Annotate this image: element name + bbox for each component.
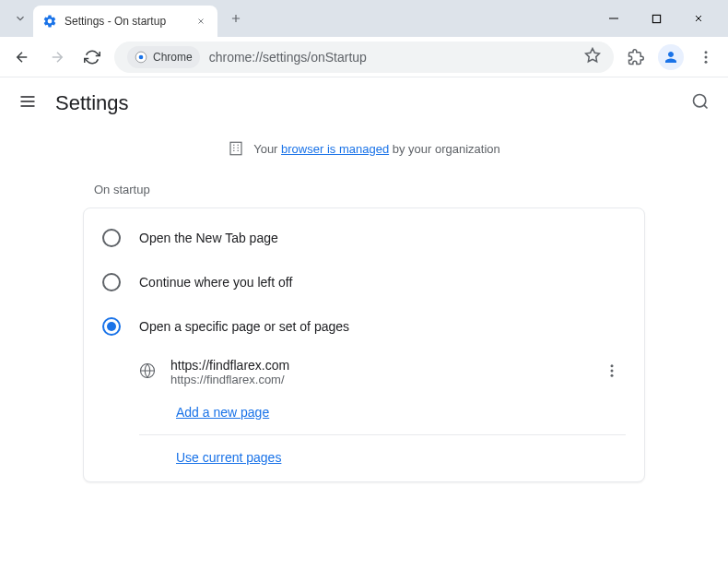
page-info: https://findflarex.com https://findflare… <box>170 358 583 386</box>
close-window-button[interactable] <box>686 6 711 31</box>
gear-icon <box>42 14 57 29</box>
tab-search-button[interactable] <box>7 6 33 31</box>
browser-toolbar: Chrome chrome://settings/onStartup <box>0 37 728 77</box>
window-titlebar: Settings - On startup <box>0 0 728 37</box>
chip-label: Chrome <box>153 51 193 64</box>
divider <box>139 434 626 435</box>
option-specific-pages[interactable]: Open a specific page or set of pages <box>84 304 644 349</box>
tab-title: Settings - On startup <box>65 15 186 28</box>
page-item-title: https://findflarex.com <box>170 358 583 373</box>
svg-point-9 <box>611 364 614 367</box>
svg-rect-7 <box>230 142 241 155</box>
close-icon[interactable] <box>194 14 208 29</box>
site-chip[interactable]: Chrome <box>127 46 200 68</box>
radio-label: Open a specific page or set of pages <box>139 319 349 334</box>
svg-point-2 <box>139 54 144 59</box>
building-icon <box>228 140 244 157</box>
page-title: Settings <box>55 91 129 115</box>
option-new-tab[interactable]: Open the New Tab page <box>84 216 644 260</box>
browser-tab[interactable]: Settings - On startup <box>33 6 217 37</box>
chrome-menu-button[interactable] <box>693 44 719 70</box>
address-bar[interactable]: Chrome chrome://settings/onStartup <box>114 42 614 73</box>
new-tab-button[interactable] <box>223 6 249 31</box>
svg-point-4 <box>705 55 708 58</box>
globe-icon <box>139 362 156 383</box>
search-icon[interactable] <box>691 92 710 114</box>
menu-icon[interactable] <box>18 92 37 114</box>
page-item-menu-button[interactable] <box>598 362 626 383</box>
section-title: On startup <box>83 168 645 208</box>
radio-icon <box>102 229 121 247</box>
extensions-button[interactable] <box>623 44 649 70</box>
url-text: chrome://settings/onStartup <box>209 50 575 65</box>
svg-point-3 <box>705 51 708 53</box>
svg-point-5 <box>705 60 708 63</box>
svg-point-6 <box>694 95 706 107</box>
radio-icon <box>102 317 121 336</box>
page-list-item: https://findflarex.com https://findflare… <box>121 349 644 396</box>
svg-rect-0 <box>652 15 660 22</box>
managed-prefix: Your <box>253 142 281 156</box>
add-page-link[interactable]: Add a new page <box>121 396 644 429</box>
radio-label: Open the New Tab page <box>139 231 278 245</box>
window-controls <box>601 6 721 31</box>
forward-button[interactable] <box>44 44 70 70</box>
svg-point-11 <box>611 374 614 376</box>
use-current-pages-link[interactable]: Use current pages <box>121 441 644 474</box>
pages-list: https://findflarex.com https://findflare… <box>84 349 644 474</box>
settings-header: Settings <box>0 77 728 129</box>
profile-button[interactable] <box>658 44 684 70</box>
svg-point-10 <box>611 369 614 372</box>
radio-label: Continue where you left off <box>139 275 292 290</box>
settings-content: On startup Open the New Tab page Continu… <box>0 168 728 482</box>
maximize-button[interactable] <box>643 6 669 31</box>
startup-card: Open the New Tab page Continue where you… <box>83 208 645 482</box>
managed-suffix: by your organization <box>389 142 500 156</box>
option-continue[interactable]: Continue where you left off <box>84 260 644 304</box>
minimize-button[interactable] <box>601 6 627 31</box>
reload-button[interactable] <box>79 44 105 70</box>
radio-icon <box>102 273 121 291</box>
person-icon <box>663 49 679 65</box>
page-item-url: https://findflarex.com/ <box>170 373 583 386</box>
chrome-logo-icon <box>135 51 147 64</box>
back-button[interactable] <box>9 44 35 70</box>
managed-link[interactable]: browser is managed <box>281 142 389 156</box>
managed-notice: Your browser is managed by your organiza… <box>0 129 728 168</box>
bookmark-star-icon[interactable] <box>584 47 601 67</box>
